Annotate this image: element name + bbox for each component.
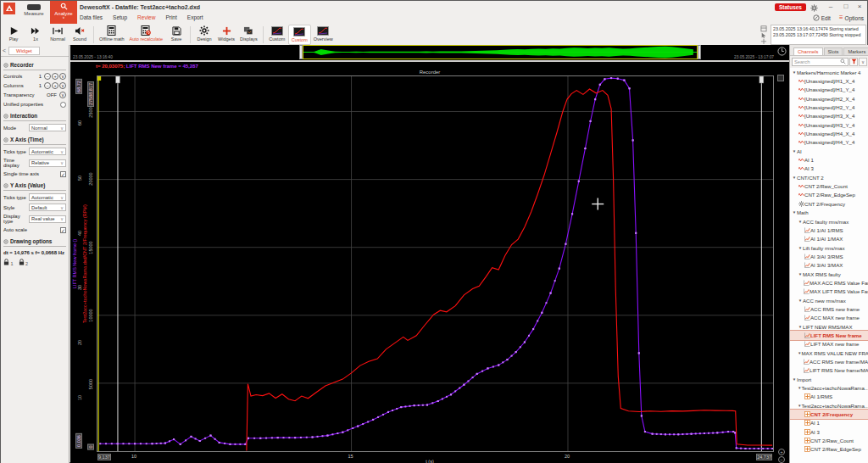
tree-group[interactable]: ▼ACC new rms/max	[790, 296, 868, 304]
timeline-overview[interactable]: 23.05.2025 - 13:16:40 23.05.2025 - 13:17…	[70, 45, 789, 60]
statuses-button[interactable]: Statuses	[775, 3, 806, 11]
tree-group[interactable]: ▼Lift faulty rms/max	[790, 243, 868, 252]
tree-group[interactable]: ▼Test2acc+tachoNowaRama....	[790, 383, 868, 392]
tree-channel[interactable]: MAX LIFT RMS Value Fau...	[790, 287, 868, 296]
custom-button[interactable]: Custom	[288, 25, 311, 45]
filter-dropdown-button[interactable]: ∨	[859, 58, 867, 66]
menu-data-files[interactable]: Data files	[80, 14, 103, 20]
widget-corner-icon[interactable]	[777, 75, 784, 81]
play-button[interactable]: Play	[3, 25, 25, 45]
tree-group[interactable]: ▼ACC faulty rms/max	[790, 217, 868, 226]
zoom-out-icon[interactable]: −	[778, 456, 785, 463]
tree-channel[interactable]: [Unassigned]/H4_X_4	[790, 129, 868, 137]
offline-math-button[interactable]: Offline math	[97, 25, 127, 45]
overview-button[interactable]: Overview	[311, 25, 336, 45]
zoom-in-icon[interactable]: +	[778, 449, 785, 455]
menu-setup[interactable]: Setup	[113, 14, 127, 20]
tree-channel[interactable]: ACC RMS new frame	[790, 304, 868, 313]
settings-gear-icon[interactable]	[808, 4, 820, 14]
mode-select[interactable]: Normal∨	[29, 124, 66, 131]
timeline-selection[interactable]	[303, 45, 698, 59]
auto-recalculate-button[interactable]: Auto recalculate	[127, 25, 165, 45]
tree-channel[interactable]: CNT 2/Raw_EdgeSep	[790, 191, 868, 199]
increment-button[interactable]: +	[52, 82, 58, 89]
tree-channel[interactable]: ACC MAX new frame	[790, 314, 868, 322]
selection-right-handle[interactable]	[698, 45, 701, 59]
tree-channel[interactable]: CNT 2/Frequency	[790, 199, 868, 208]
filter-button[interactable]	[849, 58, 858, 66]
tree-channel[interactable]: [Unassigned]/H1_Y_4	[790, 86, 868, 94]
search-input[interactable]: Search	[792, 58, 849, 66]
close-button[interactable]: ×	[854, 3, 865, 10]
plot-area[interactable]	[97, 75, 774, 452]
tree-channel[interactable]: CNT 2/Frequency	[790, 410, 868, 418]
tree-channel[interactable]: LIFT MAX new frame	[790, 340, 868, 349]
region-marker-handle[interactable]	[115, 76, 120, 83]
edit-button[interactable]: Edit	[813, 14, 831, 21]
pan-icon[interactable]	[760, 38, 767, 45]
tree-channel[interactable]: MAX ACC RMS Value Fau...	[790, 278, 868, 287]
checkbox-checked[interactable]: ✓	[60, 171, 66, 177]
tree-group[interactable]: ▼Import	[790, 375, 868, 383]
increment-button[interactable]: +	[52, 73, 58, 80]
screenshot-icon[interactable]	[760, 25, 767, 32]
design-button[interactable]: Design	[193, 25, 215, 45]
time-display-select[interactable]: Relative∨	[29, 159, 66, 167]
decrement-button[interactable]: −	[44, 82, 51, 89]
tree-channel[interactable]: CNT 2/Raw_Count	[790, 436, 868, 444]
tree-channel[interactable]: AI 3/AI 3/RMS	[790, 252, 868, 260]
widgets-button[interactable]: Widgets	[215, 25, 237, 45]
ticks-type-select[interactable]: Automatic∨	[29, 193, 66, 201]
sound-button[interactable]: Sound	[69, 25, 91, 45]
expand-button[interactable]: ∨	[59, 92, 66, 98]
tree-channel[interactable]: [Unassigned]/H2_X_4	[790, 94, 868, 103]
clock-icon[interactable]	[777, 47, 787, 57]
save-button[interactable]: Save	[165, 25, 187, 45]
tree-channel[interactable]: AI 1	[790, 419, 868, 427]
expand-button[interactable]: ∨	[59, 73, 66, 80]
expand-button[interactable]: ∨	[59, 82, 66, 89]
tree-group[interactable]: ▼Markers/Harmonic Marker 4	[790, 68, 868, 76]
lock-toggle[interactable]: 1	[3, 259, 14, 266]
displays-button[interactable]: Displays	[237, 25, 260, 45]
tab-slots[interactable]: Slots	[824, 47, 843, 55]
tree-channel[interactable]: [Unassigned]/H3_Y_4	[790, 120, 868, 129]
tree-group[interactable]: ▼MAX RMS faulty	[790, 270, 868, 278]
tree-channel[interactable]: LIFT RMS New frame/MAX	[790, 366, 868, 375]
tab-markers[interactable]: Markers	[843, 47, 868, 55]
tree-channel[interactable]: AI 1/AI 1/MAX	[790, 235, 868, 243]
checkbox-checked[interactable]: ✓	[60, 227, 66, 233]
tree-group[interactable]: ▼LIFT NEW RMS/MAX	[790, 322, 868, 331]
tree-group[interactable]: ▼AI	[790, 147, 868, 155]
tree-channel[interactable]: [Unassigned]/H3_X_4	[790, 112, 868, 120]
radio-toggle[interactable]	[60, 102, 66, 108]
display-type-select[interactable]: Real value∨	[29, 215, 66, 223]
tree-group[interactable]: ▼Math	[790, 209, 868, 217]
tree-group[interactable]: ▼MAX RMS VALUE NEW FRAME	[790, 349, 868, 357]
tree-channel[interactable]: LIFT RMS New frame	[790, 331, 868, 339]
minimize-button[interactable]: –	[825, 3, 837, 10]
tree-channel[interactable]: ACC RMS new frame/MAX	[790, 357, 868, 365]
selection-left-handle[interactable]	[299, 45, 303, 59]
1x-button[interactable]: 1x	[25, 25, 47, 45]
custom-button[interactable]: Custom	[266, 25, 288, 45]
tab-widget[interactable]: Widget	[8, 47, 40, 55]
tree-channel[interactable]: AI 1/AI 1/RMS	[790, 226, 868, 234]
analyze-button[interactable]: Analyze ∨	[50, 1, 77, 24]
tree-channel[interactable]: CNT 2/Raw_EdgeSep	[790, 445, 868, 454]
options-button[interactable]: ≡ Options	[839, 15, 864, 21]
measure-button[interactable]: Measure	[19, 3, 48, 23]
ticks-type-select[interactable]: Automatic∨	[29, 148, 66, 155]
decrement-button[interactable]: −	[44, 73, 51, 80]
tree-channel[interactable]: AI 1	[790, 155, 868, 164]
tree-channel[interactable]: AI 1/RMS	[790, 393, 868, 401]
tree-channel[interactable]: [Unassigned]/H4_Y_4	[790, 138, 868, 147]
tree-group[interactable]: ▼Test2acc+tachoNowaRama....	[790, 401, 868, 410]
maximize-button[interactable]: □	[840, 3, 852, 10]
menu-review[interactable]: Review	[137, 14, 155, 20]
tree-channel[interactable]: [Unassigned]/H2_Y_4	[790, 103, 868, 111]
menu-print[interactable]: Print	[165, 14, 176, 20]
collapse-panel-button[interactable]: <	[3, 47, 6, 53]
style-select[interactable]: Default∨	[29, 204, 66, 211]
yellow-cursor-flag[interactable]	[97, 76, 101, 81]
